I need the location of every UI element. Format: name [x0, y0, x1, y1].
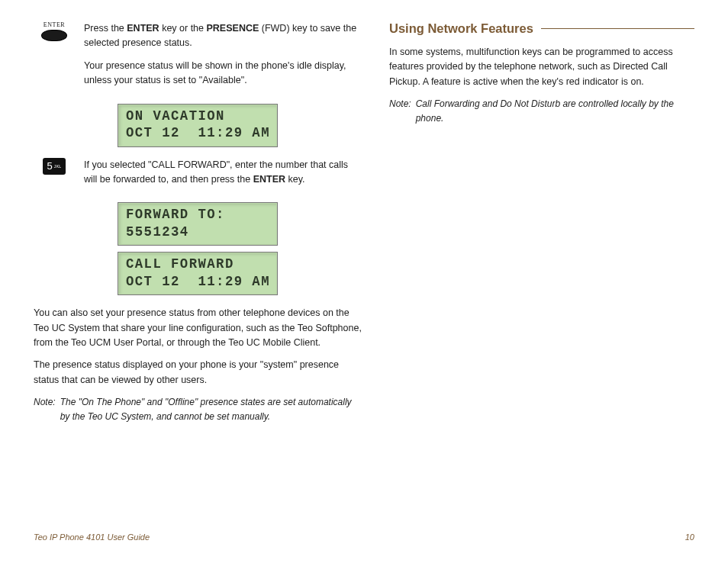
lcd-line-2: OCT 12 11:29 AM	[126, 124, 263, 142]
lcd-forward-stack: FORWARD TO: 5551234 CALL FORWARD OCT 12 …	[34, 202, 362, 295]
note-body: The "On The Phone" and "Offline" presenc…	[60, 395, 362, 423]
bold-enter: ENTER	[253, 174, 285, 185]
paragraph-network-features: In some systems, multifunction keys can …	[389, 45, 694, 89]
lcd-line-2: 5551234	[126, 224, 263, 241]
note-label: Note:	[389, 97, 411, 125]
footer-page-number: 10	[685, 532, 694, 542]
paragraph-call-forward: If you selected "CALL FORWARD", enter th…	[84, 158, 362, 188]
lcd-call-forward: CALL FORWARD OCT 12 11:29 AM	[118, 252, 278, 295]
keypad-digit: 5	[47, 160, 53, 172]
section-header: Using Network Features	[389, 21, 694, 36]
keypad-5-icon: 5 JKL	[43, 158, 66, 175]
note-label: Note:	[34, 395, 56, 423]
two-column-layout: ENTER Press the ENTER key or the PRESENC…	[0, 0, 728, 431]
key5-text-block: If you selected "CALL FORWARD", enter th…	[84, 158, 362, 195]
page: ENTER Press the ENTER key or the PRESENC…	[0, 0, 728, 563]
page-footer: Teo IP Phone 4101 User Guide 10	[34, 532, 694, 542]
key5-row: 5 JKL If you selected "CALL FORWARD", en…	[34, 158, 362, 195]
note-presence-states: Note: The "On The Phone" and "Offline" p…	[34, 395, 362, 423]
lcd-line-1: ON VACATION	[126, 108, 263, 125]
text: Press the	[84, 23, 127, 34]
paragraph-system-status: The presence status displayed on your ph…	[34, 358, 362, 388]
paragraph-press-enter: Press the ENTER key or the PRESENCE (FWD…	[84, 21, 362, 51]
enter-key-graphic: ENTER	[34, 21, 75, 41]
text: If you selected "CALL FORWARD", enter th…	[84, 159, 348, 185]
lcd-line-1: FORWARD TO:	[126, 206, 263, 224]
section-title: Using Network Features	[389, 21, 533, 36]
right-column: Using Network Features In some systems, …	[389, 21, 694, 431]
footer-title: Teo IP Phone 4101 User Guide	[34, 532, 150, 542]
enter-key-text-block: Press the ENTER key or the PRESENCE (FWD…	[84, 21, 362, 96]
text: key or the	[159, 23, 207, 34]
lcd-forward-to: FORWARD TO: 5551234	[118, 202, 278, 246]
enter-key-row: ENTER Press the ENTER key or the PRESENC…	[34, 21, 362, 96]
lcd-line-2: OCT 12 11:29 AM	[126, 273, 263, 291]
paragraph-other-devices: You can also set your presence status fr…	[34, 306, 362, 350]
left-column: ENTER Press the ENTER key or the PRESENC…	[34, 21, 362, 431]
paragraph-status-shown: Your presence status will be shown in th…	[84, 59, 362, 88]
key5-graphic: 5 JKL	[34, 158, 75, 175]
lcd-screen: ON VACATION OCT 12 11:29 AM	[118, 104, 278, 147]
bold-enter: ENTER	[127, 23, 159, 34]
text: key.	[285, 174, 304, 185]
bold-presence: PRESENCE	[207, 23, 259, 34]
section-rule-line	[541, 28, 694, 29]
keypad-letters: JKL	[54, 164, 62, 169]
enter-key-label: ENTER	[43, 21, 65, 28]
enter-button-icon	[41, 30, 67, 41]
lcd-line-1: CALL FORWARD	[126, 256, 263, 273]
lcd-on-vacation: ON VACATION OCT 12 11:29 AM	[34, 104, 362, 147]
note-body: Call Forwarding and Do Not Disturb are c…	[416, 97, 694, 125]
note-call-forwarding: Note: Call Forwarding and Do Not Disturb…	[389, 97, 694, 125]
